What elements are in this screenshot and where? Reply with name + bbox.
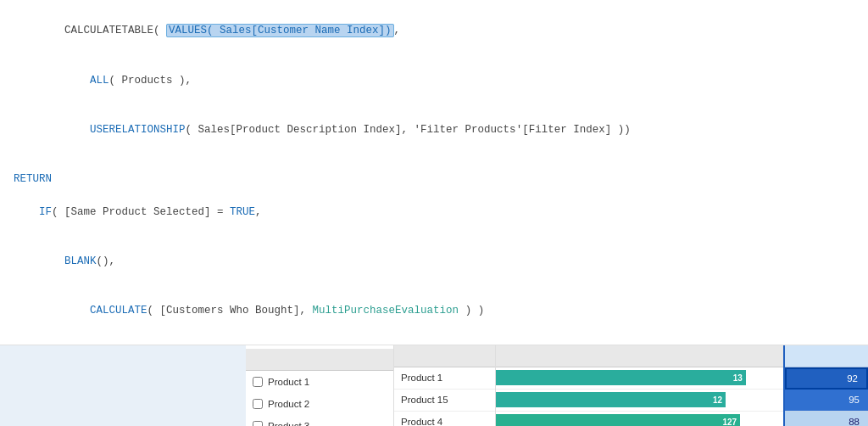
data-table-area: Product 1Product 15Product 4Product 2Pro… <box>394 345 868 427</box>
product-cell-2: Product 15 <box>394 390 495 412</box>
chart-area: 13121271231231231231232222118115 <box>496 345 783 427</box>
code-line-3: CALCULATETABLE( VALUES( Sales[Customer N… <box>14 7 854 56</box>
bar-container: 12 <box>496 390 783 411</box>
product-cell-3: Product 4 <box>394 412 495 427</box>
chart-row-3: 127 <box>496 412 783 427</box>
bottom-panel: SWEDEN FINLAND Product 1Product 2Product… <box>0 345 868 427</box>
checkbox-label: Product 2 <box>268 399 309 409</box>
bar-container: 127 <box>496 412 783 427</box>
code-line-5: USERELATIONSHIP( Sales[Product Descripti… <box>14 105 854 154</box>
code-line-10: CALCULATE( [Customers Who Bought], Multi… <box>14 286 854 335</box>
right-cell-1: 92 <box>785 367 868 390</box>
chart-row-2: 12 <box>496 390 783 412</box>
checkbox-input[interactable] <box>253 399 263 409</box>
chart-header <box>496 345 783 367</box>
checkbox-item-1[interactable]: Product 1 <box>246 371 393 393</box>
code-line-7: RETURN <box>14 171 854 188</box>
checkbox-list-header <box>246 349 393 371</box>
customers-label <box>0 345 246 352</box>
code-line-9: BLANK(), <box>14 237 854 286</box>
checkbox-item-2[interactable]: Product 2 <box>246 393 393 415</box>
checkbox-input[interactable] <box>253 421 263 427</box>
code-line-8: IF( [Same Product Selected] = TRUE, <box>14 188 854 237</box>
right-cell-3: 88 <box>785 412 868 427</box>
product-cells-container: Product 1Product 15Product 4Product 2Pro… <box>394 367 495 427</box>
right-values-column: 929588878484908488918378 <box>783 345 868 427</box>
product-cell-1: Product 1 <box>394 367 495 390</box>
bar: 127 <box>496 414 740 426</box>
right-col-header <box>785 345 868 367</box>
chart-row-1: 13 <box>496 367 783 390</box>
checkbox-item-3[interactable]: Product 3 <box>246 415 393 427</box>
checkbox-label: Product 3 <box>268 421 309 427</box>
right-cells-container: 929588878484908488918378 <box>785 367 868 427</box>
code-line-6 <box>14 154 854 171</box>
by-country-label <box>0 352 246 356</box>
bar-container: 13 <box>496 367 783 389</box>
checkbox-input[interactable] <box>253 377 263 387</box>
checkbox-items-container: Product 1Product 2Product 3Product 4Prod… <box>246 371 393 427</box>
bar: 13 <box>496 370 746 385</box>
chart-rows-container: 13121271231231231231232222118115 <box>496 367 783 427</box>
checkbox-label: Product 1 <box>268 377 309 387</box>
checkbox-list: Product 1Product 2Product 3Product 4Prod… <box>246 345 394 427</box>
code-section: CALCULATETABLE( VALUES( Sales[Customer N… <box>0 0 868 345</box>
right-cell-2: 95 <box>785 390 868 412</box>
bar: 12 <box>496 392 726 407</box>
left-panel: SWEDEN FINLAND <box>0 345 246 427</box>
code-line-4: ALL( Products ), <box>14 56 854 105</box>
products-column-header <box>394 345 495 367</box>
products-column: Product 1Product 15Product 4Product 2Pro… <box>394 345 496 427</box>
